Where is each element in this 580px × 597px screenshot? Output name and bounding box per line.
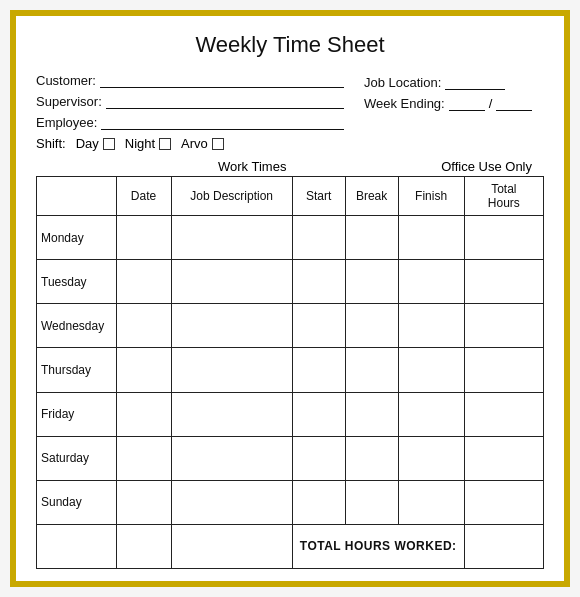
- col-header-break: Break: [345, 177, 398, 216]
- table-row: Friday: [37, 392, 544, 436]
- shift-night-option[interactable]: Night: [125, 136, 171, 151]
- week-ending-field-row: Week Ending: /: [364, 95, 544, 111]
- date-cell[interactable]: [116, 260, 171, 304]
- col-header-day: [37, 177, 117, 216]
- table-row: Tuesday: [37, 260, 544, 304]
- finish-cell[interactable]: [398, 216, 464, 260]
- col-header-finish: Finish: [398, 177, 464, 216]
- shift-arvo-checkbox[interactable]: [212, 138, 224, 150]
- jobdesc-cell[interactable]: [171, 480, 292, 524]
- break-cell[interactable]: [345, 348, 398, 392]
- customer-input-line[interactable]: [100, 72, 344, 88]
- total-cell[interactable]: [464, 392, 543, 436]
- day-cell: Thursday: [37, 348, 117, 392]
- finish-cell[interactable]: [398, 260, 464, 304]
- table-row: Monday: [37, 216, 544, 260]
- shift-arvo-option[interactable]: Arvo: [181, 136, 224, 151]
- shift-arvo-label: Arvo: [181, 136, 208, 151]
- employee-field-row: Employee:: [36, 114, 344, 130]
- column-group-labels: Work Times Office Use Only: [36, 159, 544, 174]
- break-cell[interactable]: [345, 304, 398, 348]
- table-row: Saturday: [37, 436, 544, 480]
- date-cell[interactable]: [116, 348, 171, 392]
- work-times-label: Work Times: [218, 159, 286, 174]
- employee-label: Employee:: [36, 115, 97, 130]
- start-cell[interactable]: [292, 348, 345, 392]
- total-date-cell: [116, 524, 171, 568]
- customer-field-row: Customer:: [36, 72, 344, 88]
- finish-cell[interactable]: [398, 348, 464, 392]
- jobdesc-cell[interactable]: [171, 216, 292, 260]
- date-cell[interactable]: [116, 216, 171, 260]
- customer-label: Customer:: [36, 73, 96, 88]
- jobdesc-cell[interactable]: [171, 348, 292, 392]
- date-cell[interactable]: [116, 436, 171, 480]
- start-cell[interactable]: [292, 436, 345, 480]
- start-cell[interactable]: [292, 392, 345, 436]
- start-cell[interactable]: [292, 304, 345, 348]
- jobdesc-cell[interactable]: [171, 260, 292, 304]
- office-use-label: Office Use Only: [441, 159, 532, 174]
- day-cell: Friday: [37, 392, 117, 436]
- break-cell[interactable]: [345, 480, 398, 524]
- break-cell[interactable]: [345, 260, 398, 304]
- shift-day-label: Day: [76, 136, 99, 151]
- finish-cell[interactable]: [398, 436, 464, 480]
- shift-row: Shift: Day Night Arvo: [36, 136, 544, 151]
- employee-input-line[interactable]: [101, 114, 344, 130]
- start-cell[interactable]: [292, 260, 345, 304]
- total-day-cell: [37, 524, 117, 568]
- day-cell: Tuesday: [37, 260, 117, 304]
- start-cell[interactable]: [292, 216, 345, 260]
- day-cell: Monday: [37, 216, 117, 260]
- table-header-row: Date Job Description Start Break Finish …: [37, 177, 544, 216]
- job-location-label: Job Location:: [364, 75, 441, 90]
- shift-night-label: Night: [125, 136, 155, 151]
- shift-night-checkbox[interactable]: [159, 138, 171, 150]
- start-cell[interactable]: [292, 480, 345, 524]
- total-cell[interactable]: [464, 260, 543, 304]
- supervisor-input-line[interactable]: [106, 93, 344, 109]
- slash-separator: /: [489, 96, 493, 111]
- jobdesc-cell[interactable]: [171, 392, 292, 436]
- form-section: Customer: Supervisor: Employee: Job Loca…: [36, 72, 544, 130]
- finish-cell[interactable]: [398, 392, 464, 436]
- break-cell[interactable]: [345, 392, 398, 436]
- total-hours-value[interactable]: [464, 524, 543, 568]
- col-header-total: TotalHours: [464, 177, 543, 216]
- date-cell[interactable]: [116, 392, 171, 436]
- day-cell: Saturday: [37, 436, 117, 480]
- total-cell[interactable]: [464, 480, 543, 524]
- form-left: Customer: Supervisor: Employee:: [36, 72, 344, 130]
- shift-label: Shift:: [36, 136, 66, 151]
- finish-cell[interactable]: [398, 304, 464, 348]
- jobdesc-cell[interactable]: [171, 436, 292, 480]
- job-location-field-row: Job Location:: [364, 74, 544, 90]
- shift-day-checkbox[interactable]: [103, 138, 115, 150]
- total-cell[interactable]: [464, 348, 543, 392]
- col-header-date: Date: [116, 177, 171, 216]
- page-title: Weekly Time Sheet: [36, 32, 544, 58]
- job-location-input-line[interactable]: [445, 74, 505, 90]
- break-cell[interactable]: [345, 436, 398, 480]
- total-cell[interactable]: [464, 304, 543, 348]
- week-ending-year-line[interactable]: [496, 95, 532, 111]
- week-ending-month-line[interactable]: [449, 95, 485, 111]
- break-cell[interactable]: [345, 216, 398, 260]
- timesheet-table: Date Job Description Start Break Finish …: [36, 176, 544, 569]
- total-cell[interactable]: [464, 436, 543, 480]
- shift-day-option[interactable]: Day: [76, 136, 115, 151]
- week-ending-inputs: /: [449, 95, 533, 111]
- form-right: Job Location: Week Ending: /: [364, 72, 544, 130]
- date-cell[interactable]: [116, 304, 171, 348]
- total-hours-row: TOTAL HOURS WORKED:: [37, 524, 544, 568]
- col-header-start: Start: [292, 177, 345, 216]
- total-cell[interactable]: [464, 216, 543, 260]
- finish-cell[interactable]: [398, 480, 464, 524]
- week-ending-label: Week Ending:: [364, 96, 445, 111]
- table-row: Sunday: [37, 480, 544, 524]
- total-hours-label: TOTAL HOURS WORKED:: [292, 524, 464, 568]
- jobdesc-cell[interactable]: [171, 304, 292, 348]
- col-header-jobdesc: Job Description: [171, 177, 292, 216]
- date-cell[interactable]: [116, 480, 171, 524]
